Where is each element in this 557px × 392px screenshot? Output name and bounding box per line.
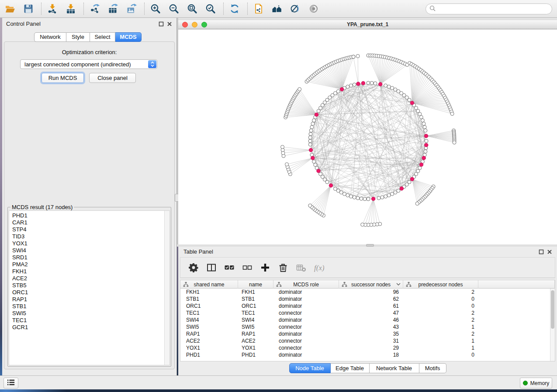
table-cell: dominator [273, 316, 339, 323]
add-icon [260, 262, 270, 273]
table-cell: 47 [339, 309, 403, 316]
mcds-result-node[interactable]: SWI4 [9, 247, 170, 254]
close-panel-icon[interactable] [167, 21, 172, 27]
select-all-icon [224, 262, 235, 273]
search-input[interactable] [438, 6, 548, 12]
float-panel-icon[interactable] [159, 21, 164, 27]
zoom-selected-button[interactable] [204, 2, 217, 16]
overview-button[interactable] [307, 2, 320, 16]
mcds-result-node[interactable]: CAR1 [9, 219, 170, 226]
mcds-result-node[interactable]: TEC1 [9, 317, 170, 324]
column-type-icon [183, 282, 189, 287]
tab-mcds[interactable]: MCDS [115, 32, 142, 42]
open-session-button[interactable] [3, 2, 17, 16]
export-table-button[interactable] [107, 2, 120, 16]
search-box[interactable] [426, 3, 552, 14]
columns-button[interactable] [206, 262, 217, 273]
table-row[interactable]: TEC1TEC1connector472 [180, 309, 555, 316]
mcds-result-node[interactable]: GCR1 [9, 324, 170, 331]
mcds-list-scrollbar[interactable] [164, 211, 170, 365]
mcds-result-list[interactable]: PHD1CAR1STP4TID3YOX1SWI4SRD1PMA2FKH1ACE2… [9, 210, 170, 365]
tab-style[interactable]: Style [66, 32, 90, 42]
tab-node-table[interactable]: Node Table [289, 363, 331, 373]
mcds-result-items: PHD1CAR1STP4TID3YOX1SWI4SRD1PMA2FKH1ACE2… [9, 211, 170, 331]
table-cell: ORC1 [180, 303, 238, 309]
table-row[interactable]: FKH1FKH1dominator962 [180, 289, 555, 296]
network-graph [178, 30, 557, 244]
zoom-out-button[interactable] [167, 2, 180, 16]
column-header-name[interactable]: name [238, 280, 273, 289]
table-row[interactable]: PHD1PHD1dominator180 [180, 351, 555, 358]
graphics-details-button[interactable] [289, 2, 302, 16]
column-header-successor-nodes[interactable]: successor nodes [339, 280, 403, 289]
tab-network-table[interactable]: Network Table [370, 363, 419, 373]
save-session-button[interactable] [22, 2, 35, 16]
column-header-MCDS-role[interactable]: MCDS role [273, 280, 339, 289]
node-table: shared namenameMCDS rolesuccessor nodesp… [180, 280, 555, 361]
tab-edge-table[interactable]: Edge Table [331, 363, 370, 373]
export-network-button[interactable] [88, 2, 101, 16]
zoom-in-button[interactable] [149, 2, 162, 16]
mcds-result-node[interactable]: ACE2 [9, 275, 170, 282]
mcds-result-node[interactable]: STP4 [9, 226, 170, 233]
network-view-window: YPA_prune.txt_1 [178, 18, 557, 244]
table-row[interactable]: ORC1ORC1dominator610 [180, 303, 555, 309]
table-cell: 2 [403, 330, 478, 337]
table-cell: 18 [339, 351, 403, 358]
delete-button[interactable] [277, 262, 289, 273]
add-button[interactable] [259, 262, 271, 273]
network-canvas[interactable] [178, 30, 557, 244]
tab-select[interactable]: Select [90, 32, 115, 42]
table-row[interactable]: YOX1YOX1connector291 [180, 344, 555, 351]
table-row[interactable]: SWI5SWI5connector431 [180, 323, 555, 330]
table-row[interactable]: STB1STB1dominator620 [180, 296, 555, 303]
unselect-all-button[interactable] [242, 262, 253, 273]
table-panel-window-icons [539, 249, 552, 254]
column-header-predecessor-nodes[interactable]: predecessor nodes [403, 280, 478, 289]
maximize-window-icon[interactable] [201, 22, 207, 28]
mcds-result-node[interactable]: SRD1 [9, 254, 170, 261]
select-all-button[interactable] [224, 262, 235, 273]
toolbar-separator [41, 3, 42, 15]
run-mcds-button[interactable]: Run MCDS [42, 73, 84, 83]
settings-button[interactable] [188, 262, 199, 273]
table-row[interactable]: RAP1RAP1dominator352 [180, 330, 555, 337]
optimization-criterion-select[interactable]: largest connected component (undirected) [20, 59, 157, 69]
column-header-shared-name[interactable]: shared name [180, 280, 238, 289]
network-document-button[interactable] [252, 2, 265, 16]
mcds-result-node[interactable]: STB1 [9, 303, 170, 310]
task-history-button[interactable] [3, 378, 18, 389]
task-list-icon [7, 378, 15, 388]
import-network-button[interactable] [46, 2, 59, 16]
tab-network[interactable]: Network [34, 32, 66, 42]
table-cell: RAP1 [238, 330, 273, 337]
float-panel-icon[interactable] [539, 249, 544, 254]
table-scrollbar-thumb[interactable] [551, 290, 554, 329]
table-row[interactable]: SWI4SWI4dominator462 [180, 316, 555, 323]
export-image-button[interactable] [125, 2, 138, 16]
tab-motifs[interactable]: Motifs [419, 363, 446, 373]
import-table-button[interactable] [64, 2, 77, 16]
close-window-icon[interactable] [182, 22, 188, 28]
mcds-result-node[interactable]: RAP1 [9, 296, 170, 303]
memory-button[interactable]: Memory [520, 378, 552, 389]
mcds-result-node[interactable]: PHD1 [9, 212, 170, 219]
close-panel-button[interactable]: Close panel [89, 73, 136, 83]
mcds-result-node[interactable]: STB5 [9, 282, 170, 289]
save-session-icon [23, 3, 34, 14]
zoom-fit-button[interactable] [186, 2, 199, 16]
minimize-window-icon[interactable] [192, 22, 197, 28]
mcds-result-node[interactable]: ORC1 [9, 289, 170, 296]
mcds-result-node[interactable]: PMA2 [9, 261, 170, 268]
mcds-result-node[interactable]: TID3 [9, 233, 170, 240]
home-button[interactable] [270, 2, 284, 16]
close-panel-icon[interactable] [547, 249, 552, 254]
function-builder-icon: f(x) [314, 262, 324, 273]
table-cell: 46 [339, 316, 403, 323]
refresh-button[interactable] [228, 2, 241, 16]
mcds-result-node[interactable]: SWI5 [9, 310, 170, 317]
mcds-result-node[interactable]: YOX1 [9, 240, 170, 247]
table-scrollbar[interactable] [550, 289, 555, 361]
table-row[interactable]: ACE2ACE2connector311 [180, 337, 555, 344]
mcds-result-node[interactable]: FKH1 [9, 268, 170, 275]
